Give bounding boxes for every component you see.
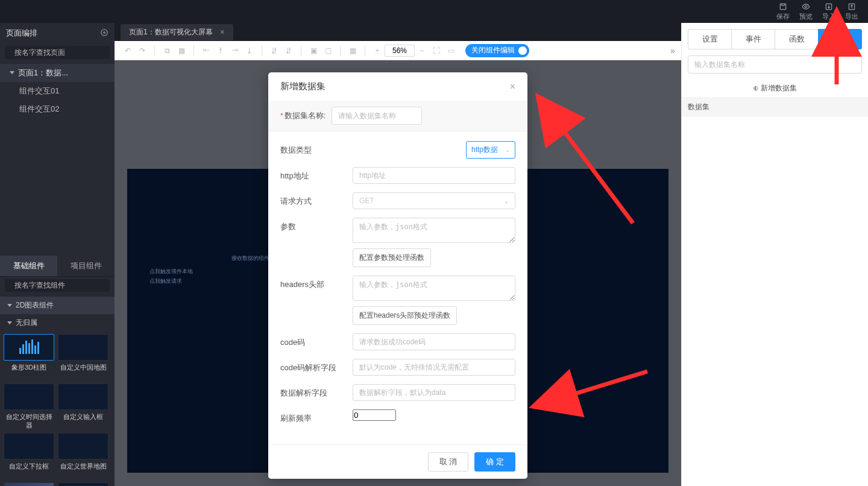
component-item[interactable]: 自定义下拉框 [4,433,54,479]
tab-project-components[interactable]: 项目组件 [57,256,115,276]
code-label: code码 [280,333,353,348]
component-item[interactable]: 象形3D柱图 [4,334,54,380]
method-label: 请求方式 [280,192,353,207]
add-dataset-modal: 新增数据集 × * 数据集名称: 数据类型 http数据 ⌄ [268,72,527,479]
topbar: 保存 预览 导入 导出 [0,0,868,23]
data-type-select[interactable]: http数据 ⌄ [466,141,515,159]
export-action[interactable]: 导出 [845,2,858,21]
svg-point-6 [10,285,10,286]
section-unassigned[interactable]: 无归属 [0,314,115,332]
modal-backdrop: 新增数据集 × * 数据集名称: 数据类型 http数据 ⌄ [115,23,681,486]
dataset-group-header: 数据集 [682,97,868,117]
data-field-label: 数据解析字段 [280,384,353,399]
tab-basic-components[interactable]: 基础组件 [0,256,57,276]
svg-point-1 [805,5,807,8]
save-icon [778,2,788,11]
chevron-down-icon: ⌄ [505,147,510,153]
params-preprocess-button[interactable]: 配置参数预处理函数 [353,248,431,267]
left-panel-title: 页面编排 [6,28,37,39]
eye-icon [801,2,811,11]
refresh-label: 刷新频率 [280,409,353,424]
add-dataset-button[interactable]: ⊕ 新增数据集 [682,80,868,97]
modal-close-button[interactable]: × [510,81,515,92]
add-page-button[interactable] [100,28,108,39]
tab-functions[interactable]: 函数 [775,29,819,49]
cancel-button[interactable]: 取 消 [428,452,469,472]
right-panel: 设置 事件 函数 数据集 ⊕ 新增数据集 数据集 [681,23,868,486]
preview-action[interactable]: 预览 [799,2,813,21]
ok-button[interactable]: 确 定 [474,452,515,472]
svg-point-5 [10,52,10,52]
tab-datasets[interactable]: 数据集 [818,29,862,49]
params-input[interactable] [353,218,515,243]
component-item[interactable]: 自定义世界地图 [58,433,108,479]
component-grid: 象形3D柱图 自定义中国地图 自定义时间选择器 自定义输入框 自定义下拉框 自定… [0,332,115,486]
preview-label: 预览 [799,12,813,21]
component-thumb [4,334,54,361]
dataset-name-input[interactable] [332,107,422,125]
headers-input[interactable] [353,276,515,301]
dataset-name-label: 数据集名称: [285,110,326,121]
save-action[interactable]: 保存 [776,2,790,21]
save-label: 保存 [776,12,790,21]
params-label: 参数 [280,218,353,232]
svg-rect-0 [780,4,785,9]
export-label: 导出 [845,12,858,21]
method-select[interactable]: GET ⌄ [353,192,515,209]
headers-preprocess-button[interactable]: 配置headers头部预处理函数 [353,306,457,325]
export-icon [847,2,857,11]
import-icon [824,2,834,11]
dataset-search[interactable] [688,55,862,74]
page-search[interactable] [5,46,110,59]
required-star: * [280,112,283,120]
tree-page-item[interactable]: 页面1：数据... [0,64,115,82]
chevron-down-icon: ⌄ [504,198,509,204]
component-item[interactable] [4,482,54,486]
component-item[interactable] [58,482,108,486]
import-label: 导入 [822,12,835,21]
dataset-search-input[interactable] [694,56,855,73]
modal-title: 新增数据集 [280,81,326,92]
component-search-input[interactable] [14,281,105,289]
tree-child-2[interactable]: 组件交互02 [0,100,115,118]
component-item[interactable]: 自定义中国地图 [58,334,108,380]
code-field-label: code码解析字段 [280,359,353,373]
center-panel: 页面1：数据可视化大屏幕 × ↶ ↷ ⧉ ▦ ⭰ ⭱ ⭲ ⭳ ⭿ ⭿ ▣ ▢ ▦… [115,23,681,486]
tree-child-1[interactable]: 组件交互01 [0,82,115,100]
search-icon [10,282,11,289]
tab-settings[interactable]: 设置 [688,29,732,49]
code-field-input[interactable] [353,359,515,376]
refresh-input[interactable] [353,409,396,421]
tab-events[interactable]: 事件 [731,29,775,49]
plus-circle-icon [100,28,108,37]
data-type-label: 数据类型 [280,141,353,156]
import-action[interactable]: 导入 [822,2,835,21]
section-2d-charts[interactable]: 2D图表组件 [0,297,115,314]
left-panel: 页面编排 页面1：数据... 组件交互01 组件交互02 基础组件 项目组件 2… [0,23,115,486]
headers-label: headers头部 [280,276,353,290]
component-item[interactable]: 自定义时间选择器 [4,383,54,429]
http-url-label: http地址 [280,167,353,181]
http-url-input[interactable] [353,167,515,184]
page-search-input[interactable] [14,48,105,57]
code-input[interactable] [353,333,515,350]
component-item[interactable]: 自定义输入框 [58,383,108,429]
data-field-input[interactable] [353,384,515,401]
component-search[interactable] [5,279,110,292]
search-icon [10,48,11,56]
